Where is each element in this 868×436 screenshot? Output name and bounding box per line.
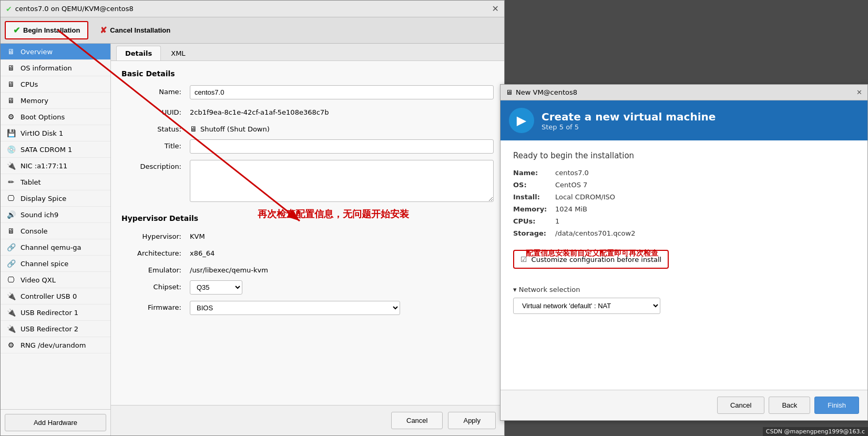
- tab-details[interactable]: Details: [116, 46, 161, 60]
- console-icon: 🖥: [6, 227, 16, 235]
- network-section-header: ▾ Network selection: [513, 286, 855, 293]
- cancel-install-label: Cancel Installation: [110, 26, 170, 34]
- wizard-cpus-row: CPUs: 1: [513, 217, 855, 225]
- sidebar-tablet-label: Tablet: [21, 178, 41, 186]
- wizard-finish-button[interactable]: Finish: [814, 397, 859, 414]
- status-label: Status:: [121, 123, 190, 133]
- sidebar-item-rng[interactable]: ⚙ RNG /dev/urandom: [1, 337, 110, 353]
- basic-details-title: Basic Details: [121, 69, 494, 78]
- main-panel: Details XML Basic Details Name: UUID: 2c…: [111, 44, 504, 435]
- wizard-memory-value: 1024 MiB: [555, 205, 587, 213]
- network-dropdown[interactable]: Virtual network 'default' : NAT: [513, 298, 660, 314]
- emulator-value: /usr/libexec/qemu-kvm: [190, 263, 494, 274]
- sidebar-item-channel-qemu-ga[interactable]: 🔗 Channel qemu-ga: [1, 239, 110, 256]
- chipset-select-container: Q35 i440FX: [190, 280, 494, 295]
- vm-title-icon: ✔: [6, 5, 12, 13]
- title-input[interactable]: [190, 139, 494, 154]
- tab-xml[interactable]: XML: [162, 46, 194, 60]
- customize-checkbox[interactable]: ☑: [520, 255, 527, 263]
- wizard-storage-row: Storage: /data/centos701.qcow2: [513, 229, 855, 237]
- sidebar-nic-label: NIC :a1:77:11: [21, 162, 67, 170]
- chipset-select[interactable]: Q35 i440FX: [190, 280, 242, 295]
- wizard-footer: Cancel Back Finish: [501, 390, 867, 420]
- sata-cdrom-icon: 💿: [6, 145, 16, 154]
- name-row: Name:: [121, 85, 494, 99]
- wizard-cpus-value: 1: [555, 217, 559, 225]
- wizard-header-step: Step 5 of 5: [542, 123, 716, 131]
- sidebar-item-channel-spice[interactable]: 🔗 Channel spice: [1, 256, 110, 272]
- sidebar-item-tablet[interactable]: ✏ Tablet: [1, 174, 110, 190]
- sidebar-item-video-qxl[interactable]: 🖵 Video QXL: [1, 272, 110, 288]
- checkmark-icon: ✔: [13, 25, 20, 35]
- sidebar-item-overview[interactable]: 🖥 Overview: [1, 44, 110, 60]
- sidebar-footer: Add Hardware: [1, 409, 110, 435]
- name-value-container: [190, 85, 494, 99]
- wizard-storage-value: /data/centos701.qcow2: [555, 229, 635, 237]
- uuid-row: UUID: 2cb1f9ea-8c1e-42cf-a1af-5e108e368c…: [121, 106, 494, 116]
- wizard-os-label: OS:: [513, 181, 555, 189]
- wizard-back-button[interactable]: Back: [769, 397, 810, 414]
- sidebar-item-memory[interactable]: 🖥 Memory: [1, 93, 110, 109]
- firmware-row: Firmware: BIOS UEFI: [121, 301, 494, 315]
- sidebar-item-usb-redirector-1[interactable]: 🔌 USB Redirector 1: [1, 305, 110, 321]
- wizard-install-value: Local CDROM/ISO: [555, 193, 615, 201]
- new-vm-wizard-window: 🖥 New VM@centos8 ✕ ▶ Create a new virtua…: [500, 84, 868, 421]
- wizard-cancel-button[interactable]: Cancel: [717, 397, 764, 414]
- usb-redirector-1-icon: 🔌: [6, 308, 16, 317]
- panel-footer: Cancel Apply: [111, 405, 504, 435]
- firmware-label: Firmware:: [121, 301, 190, 311]
- firmware-select[interactable]: BIOS UEFI: [190, 301, 400, 315]
- wizard-header-icon: ▶: [509, 108, 534, 133]
- channel-qemu-ga-icon: 🔗: [6, 243, 16, 251]
- begin-installation-button[interactable]: ✔ Begin Installation: [5, 21, 88, 39]
- wizard-os-row: OS: CentOS 7: [513, 181, 855, 189]
- sidebar-item-os-info[interactable]: 🖥 OS information: [1, 60, 110, 76]
- hypervisor-details-title: Hypervisor Details: [121, 214, 494, 222]
- x-icon: ✘: [100, 25, 107, 35]
- cancel-button[interactable]: Cancel: [391, 412, 443, 429]
- wizard-network-section: ▾ Network selection Virtual network 'def…: [513, 286, 855, 314]
- description-textarea[interactable]: [190, 160, 494, 202]
- hypervisor-label: Hypervisor:: [121, 230, 190, 240]
- tablet-icon: ✏: [6, 178, 16, 186]
- wizard-header-text: Create a new virtual machine Step 5 of 5: [542, 110, 716, 131]
- video-qxl-icon: 🖵: [6, 276, 16, 284]
- boot-options-icon: ⚙: [6, 113, 16, 121]
- sidebar-item-display-spice[interactable]: 🖵 Display Spice: [1, 190, 110, 207]
- name-input[interactable]: [190, 85, 494, 99]
- nic-icon: 🔌: [6, 161, 16, 170]
- sidebar-item-usb-redirector-2[interactable]: 🔌 USB Redirector 2: [1, 321, 110, 337]
- uuid-label: UUID:: [121, 106, 190, 116]
- sidebar-overview-label: Overview: [21, 48, 53, 56]
- sound-icon: 🔊: [6, 210, 16, 219]
- wizard-header: ▶ Create a new virtual machine Step 5 of…: [501, 100, 867, 140]
- sidebar-video-qxl-label: Video QXL: [21, 276, 56, 284]
- sidebar-item-nic[interactable]: 🔌 NIC :a1:77:11: [1, 158, 110, 174]
- cpus-icon: 🖥: [6, 80, 16, 88]
- chipset-row: Chipset: Q35 i440FX: [121, 280, 494, 295]
- sidebar-item-sata-cdrom[interactable]: 💿 SATA CDROM 1: [1, 141, 110, 158]
- hypervisor-row: Hypervisor: KVM: [121, 230, 494, 240]
- sidebar-cpus-label: CPUs: [21, 80, 38, 88]
- titlebar-left: ✔ centos7.0 on QEMU/KVM@centos8: [6, 5, 134, 13]
- sidebar-virtio-disk-label: VirtIO Disk 1: [21, 129, 63, 137]
- sidebar-item-virtio-disk[interactable]: 💾 VirtIO Disk 1: [1, 125, 110, 141]
- cancel-installation-button[interactable]: ✘ Cancel Installation: [93, 22, 178, 38]
- sidebar-sound-label: Sound ich9: [21, 211, 58, 219]
- sidebar-item-sound-ich9[interactable]: 🔊 Sound ich9: [1, 207, 110, 223]
- close-button[interactable]: ✕: [492, 4, 499, 14]
- sidebar-console-label: Console: [21, 227, 48, 235]
- usb-redirector-2-icon: 🔌: [6, 325, 16, 333]
- sidebar-item-boot-options[interactable]: ⚙ Boot Options: [1, 109, 110, 125]
- status-value: Shutoff (Shut Down): [200, 125, 270, 133]
- wizard-titlebar: 🖥 New VM@centos8 ✕: [501, 85, 867, 100]
- apply-button[interactable]: Apply: [448, 412, 496, 429]
- add-hardware-button[interactable]: Add Hardware: [5, 414, 106, 431]
- sidebar-item-console[interactable]: 🖥 Console: [1, 223, 110, 239]
- wizard-memory-row: Memory: 1024 MiB: [513, 205, 855, 213]
- title-field-label: Title:: [121, 139, 190, 150]
- sidebar-item-controller-usb[interactable]: 🔌 Controller USB 0: [1, 288, 110, 305]
- wizard-close-button[interactable]: ✕: [856, 88, 862, 96]
- wizard-memory-label: Memory:: [513, 205, 555, 213]
- sidebar-item-cpus[interactable]: 🖥 CPUs: [1, 76, 110, 93]
